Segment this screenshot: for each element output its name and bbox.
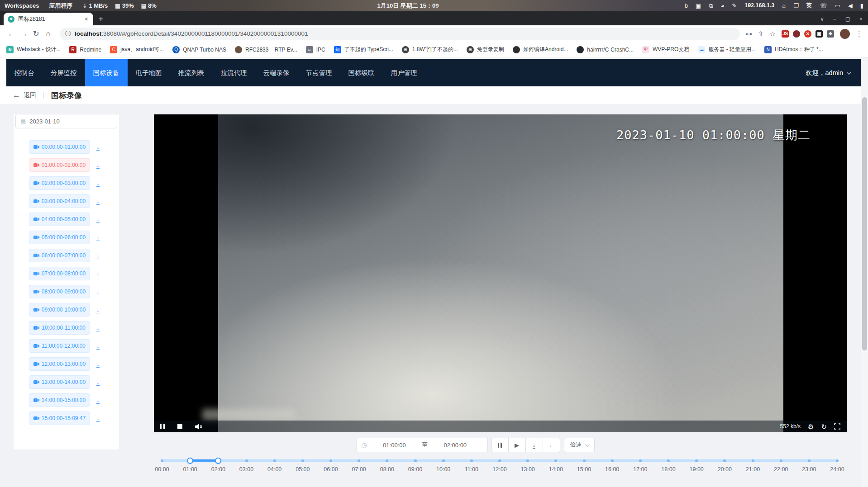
status-icon[interactable]: ☏ (820, 3, 827, 9)
avatar[interactable] (840, 29, 850, 39)
scrollbar-thumb[interactable] (862, 97, 867, 350)
share-icon[interactable]: ⇧ (758, 30, 764, 38)
bookmark-item[interactable]: ΨWVP-PRO文档 (642, 46, 689, 53)
recording-segment-button[interactable]: 10:00:00-11:00:00 (29, 321, 90, 335)
password-key-icon[interactable]: ⊶ (745, 30, 752, 38)
download-icon[interactable]: ↓ (96, 288, 100, 295)
bookmark-item[interactable]: 知了不起的 TypeScri... (334, 46, 393, 53)
bookmark-item[interactable]: ☁服务器 - 轻量应用... (698, 46, 756, 53)
status-icon[interactable]: ⌂ (782, 3, 786, 9)
recording-segment-button[interactable]: 05:00:00-06:00:00 (29, 231, 90, 244)
seek-back-button[interactable]: ← (543, 438, 560, 452)
download-icon[interactable]: ↓ (96, 216, 100, 223)
nav-item[interactable]: 拉流代理 (213, 59, 255, 86)
download-icon[interactable]: ↓ (96, 379, 100, 386)
window-maximize-icon[interactable]: ▢ (845, 16, 850, 22)
download-icon[interactable]: ↓ (96, 343, 100, 350)
status-icon[interactable]: ✎ (732, 3, 737, 9)
status-icon[interactable]: b (685, 3, 688, 9)
nav-item[interactable]: 节点管理 (298, 59, 340, 86)
menu-kebab-icon[interactable]: ⋮ (856, 30, 863, 38)
recording-segment-button[interactable]: 15:00:00-15:09:47 (29, 411, 90, 425)
window-minimize-icon[interactable]: – (833, 16, 836, 22)
download-icon[interactable]: ↓ (96, 397, 100, 404)
bookmark-item[interactable]: Cjava、android可... (110, 46, 164, 53)
extension-icon[interactable]: JS (782, 30, 789, 38)
play-button[interactable]: ▶ (509, 438, 526, 452)
recording-segment-button[interactable]: 06:00:00-07:00:00 (29, 249, 90, 262)
nav-item[interactable]: 推流列表 (170, 59, 213, 86)
download-icon[interactable]: ↓ (96, 325, 100, 331)
clock[interactable]: 1月10日 星期二 15：09 (377, 2, 439, 10)
timeline-end-handle[interactable] (215, 458, 221, 464)
applications-button[interactable]: 应用程序 (49, 2, 72, 10)
recording-segment-button[interactable]: 08:00:00-09:00:00 (29, 285, 90, 298)
bookmark-star-icon[interactable]: ☆ (770, 30, 776, 38)
timeline-track[interactable] (162, 459, 837, 462)
status-icon[interactable]: 英 (806, 3, 812, 9)
nav-item[interactable]: 电子地图 (128, 59, 170, 86)
status-icon[interactable]: 192.168.1.3 (744, 3, 774, 9)
download-icon[interactable]: ↓ (96, 198, 100, 205)
bookmark-item[interactable]: hairrrrr/C-CrashC... (577, 46, 634, 53)
extension-icon[interactable]: ❖ (827, 30, 834, 38)
playback-speed-dropdown[interactable]: 倍速 (564, 438, 595, 452)
bookmark-item[interactable]: NHDAtmos :: 种子 *... (764, 46, 823, 53)
download-icon[interactable]: ↓ (96, 144, 100, 151)
download-icon[interactable]: ↓ (96, 252, 100, 259)
nav-item[interactable]: 国标级联 (340, 59, 383, 86)
end-time-value[interactable]: 02:00:00 (428, 442, 482, 449)
url-bar[interactable]: ⓘ localhost:38080/#/gbRecordDetail/34020… (60, 28, 740, 40)
mute-icon[interactable] (195, 424, 203, 430)
timeline-start-handle[interactable] (187, 458, 193, 464)
pause-icon[interactable] (160, 424, 165, 429)
status-icon[interactable]: ▭ (835, 3, 840, 9)
browser-tab[interactable]: ❖ 国标28181 × (4, 13, 93, 25)
recording-segment-button[interactable]: 12:00:00-13:00:00 (29, 357, 90, 371)
recording-segment-button[interactable]: 09:00:00-10:00:00 (29, 303, 90, 317)
recording-segment-button[interactable]: 03:00:00-04:00:00 (29, 194, 90, 208)
date-picker-input[interactable]: ▦ 2023-01-10 (15, 114, 117, 128)
bookmark-item[interactable]: ⊕1.8W字|了不起的... (402, 46, 458, 53)
download-icon[interactable]: ↓ (96, 361, 100, 368)
bookmark-item[interactable]: 如何编译Android... (513, 46, 568, 53)
site-info-icon[interactable]: ⓘ (65, 30, 71, 38)
recording-segment-button[interactable]: 02:00:00-03:00:00 (29, 176, 90, 190)
status-icon[interactable]: ◀ (848, 3, 853, 9)
bookmark-item[interactable]: ≋Webstack - 设计... (6, 46, 61, 53)
nav-item[interactable]: 云端录像 (255, 59, 298, 86)
recording-segment-button[interactable]: 01:00:00-02:00:00 (29, 158, 90, 172)
back-arrow-icon[interactable]: ← (13, 91, 20, 100)
status-icon[interactable]: ⧉ (709, 3, 713, 9)
back-button[interactable]: 返回 (24, 91, 36, 99)
back-icon[interactable]: ← (5, 29, 18, 38)
new-tab-button[interactable]: + (99, 14, 103, 24)
status-icon[interactable]: ▮ (860, 3, 863, 9)
reload-icon[interactable]: ↻ (30, 29, 42, 38)
workspaces-button[interactable]: Workspaces (5, 2, 39, 9)
recording-segment-button[interactable]: 14:00:00-15:00:00 (29, 393, 90, 407)
download-icon[interactable]: ↓ (96, 180, 100, 187)
status-icon[interactable]: ❐ (793, 3, 799, 9)
extension-icon[interactable]: ✕ (804, 30, 811, 38)
forward-icon[interactable]: → (18, 29, 30, 38)
bookmark-item[interactable]: QQNAP Turbo NAS (172, 46, 226, 53)
settings-gear-icon[interactable]: ⚙ (808, 423, 814, 430)
download-icon[interactable]: ↓ (96, 270, 100, 277)
stop-icon[interactable] (177, 424, 182, 429)
window-close-icon[interactable]: × (859, 16, 863, 22)
fullscreen-icon[interactable] (834, 423, 840, 430)
recording-segment-button[interactable]: 11:00:00-12:00:00 (29, 339, 90, 353)
nav-item[interactable]: 分屏监控 (43, 59, 85, 86)
nav-item[interactable]: 国标设备 (85, 59, 128, 86)
extension-icon[interactable] (793, 30, 800, 38)
status-icon[interactable]: ◕ (720, 3, 724, 9)
recording-segment-button[interactable]: 00:00:00-01:00:00 (29, 140, 90, 154)
bookmark-item[interactable]: RRedmine (69, 46, 101, 53)
recording-segment-button[interactable]: 07:00:00-08:00:00 (29, 267, 90, 280)
download-icon[interactable]: ↓ (96, 307, 100, 313)
refresh-icon[interactable]: ↻ (821, 423, 827, 430)
recording-segment-button[interactable]: 13:00:00-14:00:00 (29, 375, 90, 389)
welcome-user-dropdown[interactable]: 欢迎，admin (806, 59, 862, 86)
tab-close-icon[interactable]: × (84, 15, 89, 23)
